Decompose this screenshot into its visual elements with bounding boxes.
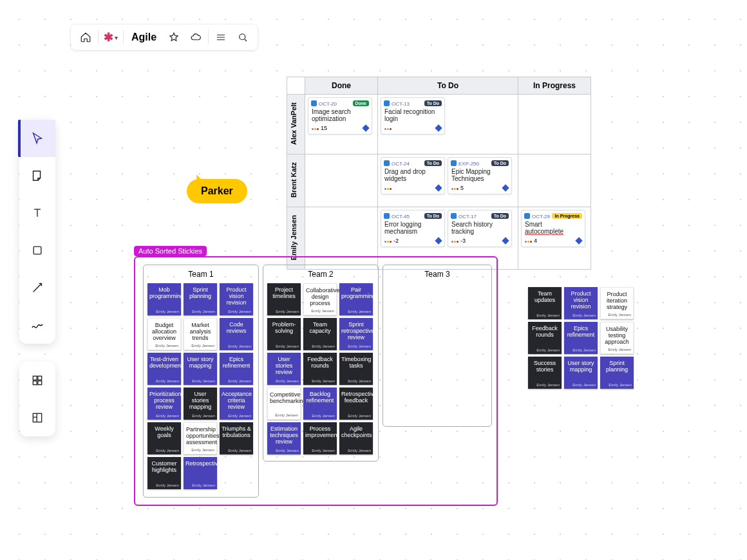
collaborator-cursor: Parker xyxy=(187,175,247,203)
sticky-note[interactable]: Sprint planningEmily Jensen xyxy=(600,357,634,389)
issue-card[interactable]: OCT-24 To Do Drag and drop widgets xyxy=(381,157,445,194)
sticky-note[interactable]: Product iteration strategyEmily Jensen xyxy=(600,287,634,319)
sticky-note[interactable]: User story mappingEmily Jensen xyxy=(564,357,598,389)
text-tool[interactable] xyxy=(19,194,55,232)
sticky-note[interactable]: Product vision revisionEmily Jensen xyxy=(564,287,598,319)
row-header: Alex VanPelt xyxy=(287,95,305,154)
sticky-note[interactable]: User story mappingEmily Jensen xyxy=(184,353,217,385)
sticky-note[interactable]: Estimation techniques reviewEmily Jensen xyxy=(267,422,301,454)
sticky-note[interactable]: Product vision revisionEmily Jensen xyxy=(220,283,253,315)
sticky-note[interactable]: Team updatesEmily Jensen xyxy=(528,287,562,319)
sticky-note[interactable]: Backlog refinementEmily Jensen xyxy=(303,387,337,420)
svg-rect-3 xyxy=(38,376,42,380)
sticky-note[interactable]: Code reviewsEmily Jensen xyxy=(220,318,253,350)
sticky-note[interactable]: Test-driven developmentEmily Jensen xyxy=(147,353,181,385)
issue-card[interactable]: EXP-250 To Do Epic Mapping Techniques 5 xyxy=(448,157,512,194)
sticky-note[interactable]: Agile checkpointsEmily Jensen xyxy=(339,422,373,454)
board-title[interactable]: Agile xyxy=(125,32,163,43)
svg-point-0 xyxy=(240,34,245,40)
free-stickies[interactable]: Team updatesEmily Jensen Product vision … xyxy=(528,287,636,389)
sticky-note[interactable]: User stories reviewEmily Jensen xyxy=(267,353,301,385)
sticky-note[interactable]: Collaborative design processEmily Jensen xyxy=(303,283,337,315)
issue-card[interactable]: OCT-13 To Do Facial recognition login xyxy=(381,97,445,135)
sticky-note[interactable]: Process improvementsEmily Jensen xyxy=(303,422,337,454)
sticky-note[interactable]: Usability testing approachEmily Jensen xyxy=(600,322,634,354)
row-header: Brent Katz xyxy=(287,154,305,207)
sticky-note[interactable]: Retrospective feedbackEmily Jensen xyxy=(339,387,373,420)
sticky-note[interactable]: Partnership opportunities assessmentEmil… xyxy=(184,422,217,454)
sticky-note[interactable]: Budget allocation overviewEmily Jensen xyxy=(147,318,181,350)
sticky-note[interactable]: RetrospectivesEmily Jensen xyxy=(184,457,217,489)
sticky-note[interactable]: Mob programmingEmily Jensen xyxy=(147,283,181,315)
layout-palette xyxy=(19,362,55,436)
sticky-note[interactable]: Success storiesEmily Jensen xyxy=(528,357,562,389)
team-2-box[interactable]: Team 2 Project timelinesEmily Jensen Col… xyxy=(263,265,379,462)
sticky-note[interactable]: Customer highlightsEmily Jensen xyxy=(147,457,181,489)
sticky-note[interactable]: Sprint retrospectives reviewEmily Jensen xyxy=(339,318,373,350)
sticky-note[interactable]: Weekly goalsEmily Jensen xyxy=(147,422,181,454)
sticky-note[interactable]: Feedback roundsEmily Jensen xyxy=(528,322,562,354)
issue-card[interactable]: OCT-45 To Do Error logging mechanism -2 xyxy=(381,210,445,247)
svg-rect-4 xyxy=(33,381,37,385)
grid-tool[interactable] xyxy=(19,362,55,399)
app-switcher[interactable]: ✱▾ xyxy=(100,24,122,50)
col-done: Done xyxy=(305,77,378,95)
cloud-icon[interactable] xyxy=(185,24,207,50)
sticky-note[interactable]: Team capacityEmily Jensen xyxy=(303,318,337,350)
sticky-note[interactable]: Pair programmingEmily Jensen xyxy=(339,283,373,315)
sticky-note[interactable]: User stories mappingEmily Jensen xyxy=(184,387,217,420)
sticky-note[interactable]: Sprint planningEmily Jensen xyxy=(184,283,217,315)
separator xyxy=(123,30,124,44)
autosort-frame[interactable]: Team 1 Mob programmingEmily Jensen Sprin… xyxy=(134,256,498,506)
team-header: Team 2 xyxy=(263,265,378,283)
sticky-note[interactable]: Competitive benchmarkingEmily Jensen xyxy=(267,387,301,420)
team-header: Team 3 xyxy=(383,265,491,283)
frame-tool[interactable] xyxy=(19,399,55,436)
issue-card[interactable]: OCT-20 Done Image search optimization 15 xyxy=(308,97,372,135)
home-icon[interactable] xyxy=(75,24,97,50)
draw-tool[interactable] xyxy=(19,306,55,344)
team-header: Team 1 xyxy=(144,265,258,283)
issue-card[interactable]: OCT-29 In Progress Smart autocomplete 4 xyxy=(521,210,585,247)
svg-rect-1 xyxy=(33,247,41,254)
separator xyxy=(208,30,209,44)
col-todo: To Do xyxy=(378,77,518,95)
sticky-note[interactable]: Acceptance criteria reviewEmily Jensen xyxy=(220,387,253,420)
col-progress: In Progress xyxy=(518,77,591,95)
line-tool[interactable] xyxy=(19,269,55,306)
star-icon[interactable] xyxy=(163,24,185,50)
sticky-note[interactable]: Prioritization process reviewEmily Jense… xyxy=(147,387,181,420)
top-toolbar: ✱▾ Agile xyxy=(71,24,258,50)
sticky-note[interactable]: Project timelinesEmily Jensen xyxy=(267,283,301,315)
shape-tool[interactable] xyxy=(19,232,55,269)
sticky-note[interactable]: Feedback roundsEmily Jensen xyxy=(303,353,337,385)
svg-rect-2 xyxy=(33,376,37,380)
sticky-note[interactable]: Triumphs & tribulationsEmily Jensen xyxy=(220,422,253,454)
svg-rect-6 xyxy=(33,413,41,422)
sticky-note[interactable]: Epics refinementEmily Jensen xyxy=(564,322,598,354)
search-icon[interactable] xyxy=(232,24,254,50)
frame-label[interactable]: Auto Sorted Stickies xyxy=(134,246,207,256)
sticky-note[interactable]: Timeboxing tasksEmily Jensen xyxy=(339,353,373,385)
team-1-box[interactable]: Team 1 Mob programmingEmily Jensen Sprin… xyxy=(143,265,259,498)
sticky-note[interactable]: Epics refinementEmily Jensen xyxy=(220,353,253,385)
select-tool[interactable] xyxy=(19,120,55,157)
svg-rect-5 xyxy=(38,381,42,385)
jira-board[interactable]: Done To Do In Progress Alex VanPelt OCT-… xyxy=(287,77,591,270)
issue-card[interactable]: OCT-17 To Do Search history tracking -3 xyxy=(448,210,512,247)
sticky-note[interactable]: Problem-solvingEmily Jensen xyxy=(267,318,301,350)
tool-accent xyxy=(18,120,21,157)
sticky-tool[interactable] xyxy=(19,157,55,194)
team-3-box[interactable]: Team 3 xyxy=(383,265,492,427)
tools-palette xyxy=(19,120,55,344)
menu-icon[interactable] xyxy=(210,24,232,50)
sticky-note[interactable]: Market analysis trendsEmily Jensen xyxy=(184,318,217,350)
separator xyxy=(98,30,99,44)
